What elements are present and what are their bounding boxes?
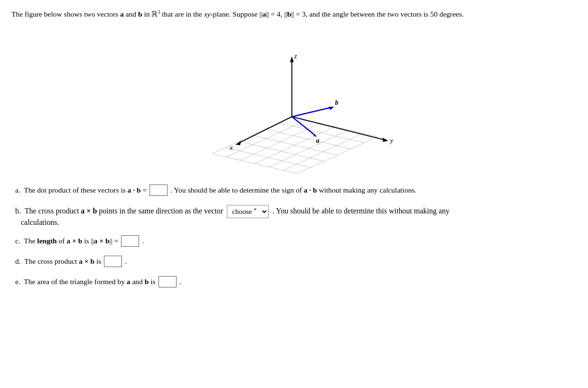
qe-text2: .	[179, 276, 181, 288]
qe-text1: The area of the triangle formed by a and…	[22, 276, 156, 288]
qd-label: d.	[15, 256, 21, 268]
svg-line-20	[237, 117, 292, 144]
header-description: The figure below shows two vectors a and…	[11, 9, 577, 19]
svg-text:x: x	[229, 144, 233, 151]
qd-text1: The cross product a × b is	[23, 256, 102, 268]
svg-marker-27	[312, 132, 317, 137]
svg-marker-15	[290, 56, 294, 62]
qc-input[interactable]	[121, 235, 139, 247]
qc-label: c.	[15, 235, 20, 247]
svg-text:y: y	[389, 137, 393, 144]
qa-text1: The dot product of these vectors is a · …	[22, 185, 147, 196]
qd-text2: .	[125, 256, 127, 268]
svg-text:a: a	[316, 137, 319, 144]
svg-marker-18	[383, 138, 388, 142]
svg-line-23	[292, 107, 332, 117]
qb-text1: b. The cross product a × b points in the…	[15, 207, 223, 215]
question-b: b. The cross product a × b points in the…	[15, 205, 577, 227]
svg-line-13	[298, 137, 377, 174]
svg-line-11	[269, 130, 349, 167]
qe-input[interactable]	[159, 276, 177, 287]
svg-text:b: b	[335, 99, 338, 106]
svg-line-8	[226, 120, 306, 157]
3d-coordinate-figure: z y x b a	[176, 24, 413, 176]
svg-line-10	[255, 127, 335, 164]
figure-container: z y x b a	[11, 24, 577, 176]
qb-choose-select[interactable]: choose ˅z-zx-xy-y	[227, 205, 269, 218]
svg-text:z: z	[294, 52, 297, 60]
questions-section: a. The dot product of these vectors is a…	[11, 185, 577, 287]
qe-label: e.	[15, 276, 20, 288]
question-d: d. The cross product a × b is .	[15, 256, 577, 268]
svg-line-9	[241, 123, 320, 160]
question-a: a. The dot product of these vectors is a…	[15, 185, 577, 196]
qb-text2: . You should be able to determine this w…	[272, 207, 449, 215]
qd-input[interactable]	[104, 256, 122, 267]
qb-text3: calculations.	[15, 218, 59, 226]
qc-text2: .	[142, 235, 144, 247]
svg-line-12	[283, 133, 363, 170]
qa-label: a.	[15, 185, 20, 196]
qa-text2: . You should be able to determine the si…	[170, 185, 416, 196]
qa-input[interactable]	[149, 185, 168, 196]
question-c: c. The length of a × b is ||a × b|| = .	[15, 235, 577, 247]
qc-text1: The length of a × b is ||a × b|| =	[22, 235, 119, 247]
question-e: e. The area of the triangle formed by a …	[15, 276, 577, 288]
